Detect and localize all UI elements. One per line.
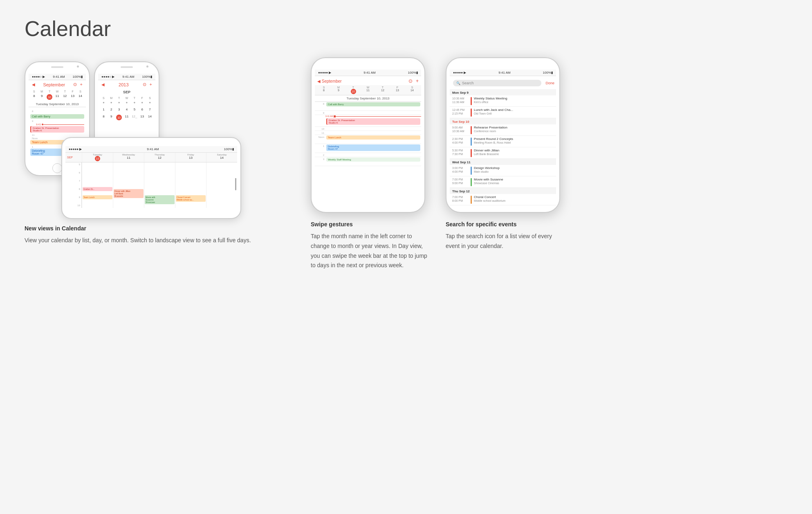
add-icon-2[interactable]: + bbox=[150, 82, 152, 87]
search-bar[interactable]: 🔍 Search bbox=[453, 80, 541, 86]
bar-movie-susanne bbox=[471, 178, 472, 186]
phone-day-content: ●●●●● ▶ 9:41 AM 100%▮ ◀ September ⊙ + S … bbox=[312, 58, 424, 212]
center-week-strip: S M T W T F S 8 9 10 11 12 13 14 bbox=[315, 85, 421, 95]
search-icon-2[interactable]: ⊙ bbox=[143, 82, 146, 87]
week-grid-2: S M T W T F S ● ● ● ● ● ● ● bbox=[98, 95, 155, 106]
month-name-1[interactable]: September bbox=[43, 82, 65, 87]
event-weekly-staff-meeting[interactable]: Weekly Staff Meeting bbox=[326, 158, 420, 162]
date-header-thu: Thu Sep 12 bbox=[450, 188, 556, 194]
search-row: 🔍 Search Done bbox=[450, 77, 556, 89]
event-movie-susanne[interactable]: Movie withSusanneShowcase bbox=[145, 195, 175, 204]
event-design-workshop[interactable]: 3:00 PM4:00 PM Design Workshop Main stud… bbox=[450, 165, 556, 176]
status-bar-1: ●●●●○ ▶ 9:41 AM 100%▮ bbox=[29, 74, 86, 80]
time-row-11: 11 bbox=[315, 131, 421, 135]
section-text-1: View your calendar by list, day, or mont… bbox=[25, 236, 278, 246]
info-weekly-status: Weekly Status Meeting Kim's office bbox=[474, 97, 554, 104]
status-bar-3: ●●●●● ▶ 9:41 AM 100%▮ bbox=[65, 146, 237, 153]
section-title-2: Swipe gestures bbox=[311, 221, 429, 228]
time-1: 9:41 AM bbox=[53, 75, 65, 79]
status-bar-center: ●●●●● ▶ 9:41 AM 100%▮ bbox=[315, 70, 421, 76]
sep-label: SEP bbox=[98, 89, 155, 95]
event-rehearse[interactable]: 9:00 AM10:30 AM Rehearse Presentation Co… bbox=[450, 124, 556, 136]
date-header-wed: Wed Sep 11 bbox=[450, 159, 556, 165]
info-rehearse: Rehearse Presentation Conference room bbox=[474, 126, 554, 133]
event-debriefing-timeline[interactable]: DebriefingRoom 47 bbox=[326, 144, 420, 151]
year-label[interactable]: 2013 bbox=[119, 82, 128, 87]
event-present-round2[interactable]: 2:30 PM4:00 PM Present Round 2 Concepts … bbox=[450, 136, 556, 147]
current-time-indicator: 9:41 AM bbox=[325, 115, 421, 117]
event-weekly-status[interactable]: 10:30 AM11:30 AM Weekly Status Meeting K… bbox=[450, 95, 556, 107]
date-header-tue: Tue Sep 10 bbox=[450, 118, 556, 124]
week-col-10[interactable]: Tuesday 10 bbox=[82, 153, 113, 162]
week-col-12[interactable]: Thursday 12 bbox=[144, 153, 175, 162]
bar-lunch-jack bbox=[471, 108, 472, 117]
event-grattan[interactable]: Grattan St. PresentationStudio K bbox=[30, 126, 84, 133]
camera-dot bbox=[77, 65, 79, 68]
event-dinner-jillian[interactable]: Dinner with JillianLeft BankBrasserie bbox=[114, 189, 144, 198]
date-label-1: Tuesday September 10, 2013 bbox=[29, 101, 86, 107]
event-call-barry-timeline[interactable]: Call with Barry bbox=[326, 102, 420, 106]
done-button[interactable]: Done bbox=[545, 81, 554, 85]
cal-header-2: ◀ 2013 ⊙ + bbox=[98, 80, 155, 89]
home-button-1[interactable] bbox=[52, 163, 62, 173]
status-bar-right: ●●●●● ▶ 9:41 AM 100%▮ bbox=[450, 70, 556, 76]
time-3: 9:41 AM bbox=[147, 147, 159, 151]
back-arrow-1[interactable]: ◀ bbox=[32, 82, 35, 87]
event-grattan-timeline[interactable]: Grattan St. PresentationStudio K bbox=[326, 118, 420, 125]
week-col-14[interactable]: Saturday 14 bbox=[206, 153, 237, 162]
info-present-round2: Present Round 2 Concepts Meeting Room B,… bbox=[474, 137, 554, 144]
back-arrow-2[interactable]: ◀ bbox=[101, 82, 105, 87]
add-icon-1[interactable]: + bbox=[80, 82, 83, 87]
phone-list-view: ●●●●● ▶ 9:41 AM 100%▮ 🔍 Search Done Mon … bbox=[446, 57, 560, 213]
phone-landscape-week: ●●●●● ▶ 9:41 AM 100%▮ SEP Tuesday 10 Wed… bbox=[61, 137, 241, 219]
camera-dot-2 bbox=[146, 65, 148, 68]
time-row-10: 10 bbox=[315, 127, 421, 131]
event-choral-concert[interactable]: Choral ConcertMiddle school au... bbox=[176, 195, 206, 202]
current-time-row: 9:41 bbox=[30, 123, 84, 126]
event-movie-susanne-list[interactable]: 7:00 PM9:00 PM Movie with Susanne Showca… bbox=[450, 176, 556, 188]
event-choral-concert-list[interactable]: 7:00 PM8:00 PM Choral Concert Middle sch… bbox=[450, 194, 556, 205]
tue-col: Grattan St... Team Lunch bbox=[82, 162, 113, 208]
bar-choral-concert bbox=[471, 196, 472, 204]
bottom-col-2: Swipe gestures Tap the month name in the… bbox=[311, 221, 429, 271]
time-row-9: 9 bbox=[315, 111, 421, 115]
bar-design-workshop bbox=[471, 167, 472, 175]
event-team-lunch-landscape[interactable]: Team Lunch bbox=[83, 195, 112, 199]
bar-dinner-jillian bbox=[471, 149, 472, 157]
event-dinner-jillian-list[interactable]: 5:30 PM7:30 PM Dinner with Jillian Left … bbox=[450, 147, 556, 159]
search-icon-1[interactable]: ⊙ bbox=[73, 82, 77, 87]
week-col-13[interactable]: Friday 13 bbox=[175, 153, 206, 162]
section-title-3: Search for specific events bbox=[446, 221, 564, 228]
event-grattan-landscape[interactable]: Grattan St... bbox=[83, 187, 112, 191]
time-row-2: 2 bbox=[315, 153, 421, 157]
phone3-screen: ●●●●● ▶ 9:41 AM 100%▮ SEP Tuesday 10 Wed… bbox=[65, 146, 237, 210]
event-lunch-jack[interactable]: 12:45 PM2:15 PM Lunch with Jack and Cha.… bbox=[450, 107, 556, 118]
thu-col: Movie withSusanneShowcase bbox=[144, 162, 175, 208]
time-row-9-41: Grattan St. PresentationStudio K bbox=[315, 118, 421, 127]
time-row-noon: Noon Team Lunch bbox=[315, 135, 421, 144]
event-call-barry[interactable]: Call with Barry bbox=[30, 114, 84, 119]
section-text-3: Tap the search icon for a list view of e… bbox=[446, 232, 564, 251]
phone-right-content: ●●●●● ▶ 9:41 AM 100%▮ 🔍 Search Done Mon … bbox=[446, 58, 559, 212]
search-icon-center[interactable]: ⊙ bbox=[408, 78, 413, 84]
week-col-11[interactable]: Wednesday 11 bbox=[113, 153, 144, 162]
bottom-col-1: New views in Calendar View your calendar… bbox=[25, 225, 278, 246]
list-content: Mon Sep 9 10:30 AM11:30 AM Weekly Status… bbox=[450, 89, 556, 209]
search-icon-right: 🔍 bbox=[456, 81, 460, 85]
day-nav: ◀ September ⊙ + bbox=[315, 77, 421, 85]
row-8: 8 bbox=[30, 109, 84, 113]
add-icon-center[interactable]: + bbox=[416, 78, 419, 84]
signal-2: ●●●●○ ▶ bbox=[101, 75, 114, 79]
bar-rehearse bbox=[471, 126, 472, 134]
signal-3: ●●●●● ▶ bbox=[69, 147, 82, 151]
battery-1: 100%▮ bbox=[73, 75, 83, 79]
back-to-september[interactable]: ◀ September bbox=[317, 79, 342, 83]
event-team-lunch-timeline[interactable]: Team Lunch bbox=[326, 135, 420, 140]
sep-label-3: SEP bbox=[65, 153, 82, 162]
status-bar-2: ●●●●○ ▶ 9:41 AM 100%▮ bbox=[98, 74, 155, 80]
bottom-col-3: Search for specific events Tap the searc… bbox=[446, 221, 564, 251]
battery-3: 100%▮ bbox=[224, 147, 234, 151]
section-title-1: New views in Calendar bbox=[25, 225, 278, 232]
wed-col: Dinner with JillianLeft BankBrasserie bbox=[113, 162, 144, 208]
left-section: ●●●●○ ▶ 9:41 AM 100%▮ ◀ September ⊙ + S bbox=[25, 57, 294, 246]
